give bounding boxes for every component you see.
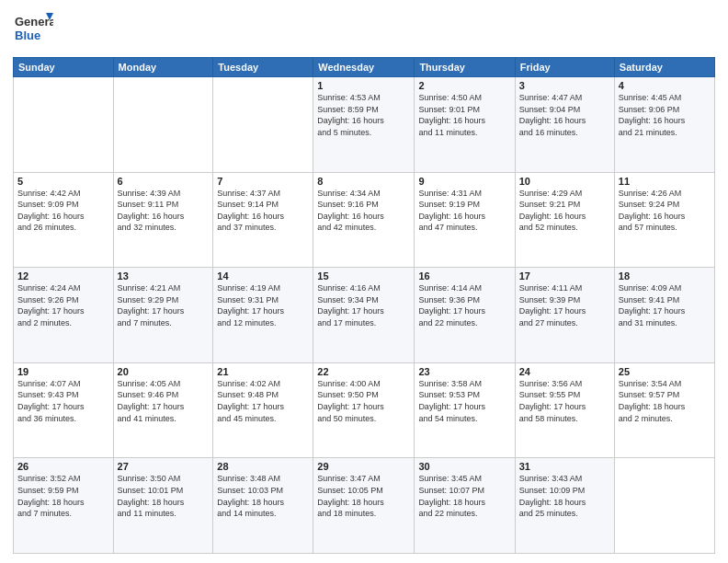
day-detail: Sunrise: 4:11 AM Sunset: 9:39 PM Dayligh…	[519, 282, 610, 328]
day-number: 13	[118, 270, 210, 282]
day-cell: 27Sunrise: 3:50 AM Sunset: 10:01 PM Dayl…	[113, 458, 213, 554]
day-number: 17	[519, 270, 610, 282]
day-detail: Sunrise: 4:24 AM Sunset: 9:26 PM Dayligh…	[17, 282, 109, 328]
day-cell: 24Sunrise: 3:56 AM Sunset: 9:55 PM Dayli…	[515, 362, 614, 458]
day-number: 1	[317, 80, 410, 91]
day-number: 15	[317, 270, 410, 282]
day-number: 18	[619, 270, 711, 282]
day-number: 22	[317, 366, 410, 377]
day-detail: Sunrise: 3:52 AM Sunset: 9:59 PM Dayligh…	[17, 473, 109, 519]
day-cell: 8Sunrise: 4:34 AM Sunset: 9:16 PM Daylig…	[313, 172, 415, 268]
day-detail: Sunrise: 4:02 AM Sunset: 9:48 PM Dayligh…	[217, 378, 309, 424]
week-row-5: 26Sunrise: 3:52 AM Sunset: 9:59 PM Dayli…	[14, 458, 715, 554]
day-detail: Sunrise: 4:39 AM Sunset: 9:11 PM Dayligh…	[118, 188, 210, 234]
day-number: 11	[619, 176, 711, 187]
day-number: 10	[519, 176, 610, 187]
day-cell	[113, 77, 213, 173]
day-detail: Sunrise: 3:50 AM Sunset: 10:01 PM Daylig…	[118, 473, 210, 519]
day-detail: Sunrise: 4:16 AM Sunset: 9:34 PM Dayligh…	[317, 282, 410, 328]
day-number: 4	[619, 80, 711, 91]
day-number: 7	[217, 176, 309, 187]
day-detail: Sunrise: 4:29 AM Sunset: 9:21 PM Dayligh…	[519, 188, 610, 234]
day-detail: Sunrise: 3:56 AM Sunset: 9:55 PM Dayligh…	[519, 378, 610, 424]
day-number: 3	[519, 80, 610, 91]
day-cell: 7Sunrise: 4:37 AM Sunset: 9:14 PM Daylig…	[213, 172, 313, 268]
day-detail: Sunrise: 4:26 AM Sunset: 9:24 PM Dayligh…	[619, 188, 711, 234]
calendar-table: SundayMondayTuesdayWednesdayThursdayFrid…	[13, 57, 715, 554]
svg-text:General: General	[15, 15, 53, 29]
day-cell: 25Sunrise: 3:54 AM Sunset: 9:57 PM Dayli…	[614, 362, 714, 458]
calendar-body: 1Sunrise: 4:53 AM Sunset: 8:59 PM Daylig…	[14, 77, 715, 554]
day-cell: 30Sunrise: 3:45 AM Sunset: 10:07 PM Dayl…	[415, 458, 515, 554]
day-number: 19	[17, 366, 109, 377]
day-cell: 19Sunrise: 4:07 AM Sunset: 9:43 PM Dayli…	[14, 362, 114, 458]
day-cell: 13Sunrise: 4:21 AM Sunset: 9:29 PM Dayli…	[113, 268, 213, 363]
day-detail: Sunrise: 4:05 AM Sunset: 9:46 PM Dayligh…	[118, 378, 210, 424]
col-header-monday: Monday	[113, 58, 213, 77]
day-cell: 14Sunrise: 4:19 AM Sunset: 9:31 PM Dayli…	[213, 268, 313, 363]
day-cell: 29Sunrise: 3:47 AM Sunset: 10:05 PM Dayl…	[313, 458, 415, 554]
day-cell: 31Sunrise: 3:43 AM Sunset: 10:09 PM Dayl…	[515, 458, 614, 554]
day-detail: Sunrise: 4:31 AM Sunset: 9:19 PM Dayligh…	[418, 188, 510, 234]
col-header-saturday: Saturday	[614, 58, 714, 77]
day-detail: Sunrise: 4:09 AM Sunset: 9:41 PM Dayligh…	[619, 282, 711, 328]
day-cell	[614, 458, 714, 554]
day-cell: 12Sunrise: 4:24 AM Sunset: 9:26 PM Dayli…	[14, 268, 114, 363]
day-number: 12	[17, 270, 109, 282]
day-cell: 10Sunrise: 4:29 AM Sunset: 9:21 PM Dayli…	[515, 172, 614, 268]
week-row-2: 5Sunrise: 4:42 AM Sunset: 9:09 PM Daylig…	[14, 172, 715, 268]
svg-text:Blue: Blue	[15, 29, 40, 42]
day-detail: Sunrise: 3:58 AM Sunset: 9:53 PM Dayligh…	[418, 378, 510, 424]
day-detail: Sunrise: 4:50 AM Sunset: 9:01 PM Dayligh…	[418, 92, 510, 138]
day-cell	[213, 77, 313, 173]
day-detail: Sunrise: 4:45 AM Sunset: 9:06 PM Dayligh…	[619, 92, 711, 138]
day-cell: 22Sunrise: 4:00 AM Sunset: 9:50 PM Dayli…	[313, 362, 415, 458]
day-number: 2	[418, 80, 510, 91]
day-cell: 17Sunrise: 4:11 AM Sunset: 9:39 PM Dayli…	[515, 268, 614, 363]
header: General Blue	[13, 9, 715, 50]
day-cell: 28Sunrise: 3:48 AM Sunset: 10:03 PM Dayl…	[213, 458, 313, 554]
logo-svg: General Blue	[13, 9, 53, 50]
page: General Blue SundayMondayTuesdayWednesda…	[0, 0, 728, 563]
day-number: 9	[418, 176, 510, 187]
day-cell: 23Sunrise: 3:58 AM Sunset: 9:53 PM Dayli…	[415, 362, 515, 458]
day-number: 8	[317, 176, 410, 187]
day-number: 28	[217, 461, 309, 472]
day-cell: 18Sunrise: 4:09 AM Sunset: 9:41 PM Dayli…	[614, 268, 714, 363]
day-number: 27	[118, 461, 210, 472]
day-number: 31	[519, 461, 610, 472]
day-number: 25	[619, 366, 711, 377]
day-detail: Sunrise: 4:07 AM Sunset: 9:43 PM Dayligh…	[17, 378, 109, 424]
day-detail: Sunrise: 4:34 AM Sunset: 9:16 PM Dayligh…	[317, 188, 410, 234]
day-cell: 26Sunrise: 3:52 AM Sunset: 9:59 PM Dayli…	[14, 458, 114, 554]
day-detail: Sunrise: 4:19 AM Sunset: 9:31 PM Dayligh…	[217, 282, 309, 328]
day-detail: Sunrise: 3:45 AM Sunset: 10:07 PM Daylig…	[418, 473, 510, 519]
day-detail: Sunrise: 4:21 AM Sunset: 9:29 PM Dayligh…	[118, 282, 210, 328]
day-number: 26	[17, 461, 109, 472]
day-detail: Sunrise: 3:48 AM Sunset: 10:03 PM Daylig…	[217, 473, 309, 519]
day-cell: 6Sunrise: 4:39 AM Sunset: 9:11 PM Daylig…	[113, 172, 213, 268]
day-cell: 2Sunrise: 4:50 AM Sunset: 9:01 PM Daylig…	[415, 77, 515, 173]
day-cell	[14, 77, 114, 173]
day-number: 16	[418, 270, 510, 282]
calendar-header-row: SundayMondayTuesdayWednesdayThursdayFrid…	[14, 58, 715, 77]
week-row-3: 12Sunrise: 4:24 AM Sunset: 9:26 PM Dayli…	[14, 268, 715, 363]
day-number: 29	[317, 461, 410, 472]
day-detail: Sunrise: 4:53 AM Sunset: 8:59 PM Dayligh…	[317, 92, 410, 138]
day-cell: 1Sunrise: 4:53 AM Sunset: 8:59 PM Daylig…	[313, 77, 415, 173]
day-detail: Sunrise: 3:47 AM Sunset: 10:05 PM Daylig…	[317, 473, 410, 519]
day-detail: Sunrise: 4:47 AM Sunset: 9:04 PM Dayligh…	[519, 92, 610, 138]
day-detail: Sunrise: 3:54 AM Sunset: 9:57 PM Dayligh…	[619, 378, 711, 424]
week-row-1: 1Sunrise: 4:53 AM Sunset: 8:59 PM Daylig…	[14, 77, 715, 173]
day-cell: 4Sunrise: 4:45 AM Sunset: 9:06 PM Daylig…	[614, 77, 714, 173]
day-detail: Sunrise: 4:00 AM Sunset: 9:50 PM Dayligh…	[317, 378, 410, 424]
day-number: 20	[118, 366, 210, 377]
day-cell: 11Sunrise: 4:26 AM Sunset: 9:24 PM Dayli…	[614, 172, 714, 268]
day-cell: 21Sunrise: 4:02 AM Sunset: 9:48 PM Dayli…	[213, 362, 313, 458]
day-detail: Sunrise: 3:43 AM Sunset: 10:09 PM Daylig…	[519, 473, 610, 519]
day-detail: Sunrise: 4:42 AM Sunset: 9:09 PM Dayligh…	[17, 188, 109, 234]
day-cell: 9Sunrise: 4:31 AM Sunset: 9:19 PM Daylig…	[415, 172, 515, 268]
day-number: 30	[418, 461, 510, 472]
day-number: 24	[519, 366, 610, 377]
logo: General Blue	[13, 9, 53, 50]
